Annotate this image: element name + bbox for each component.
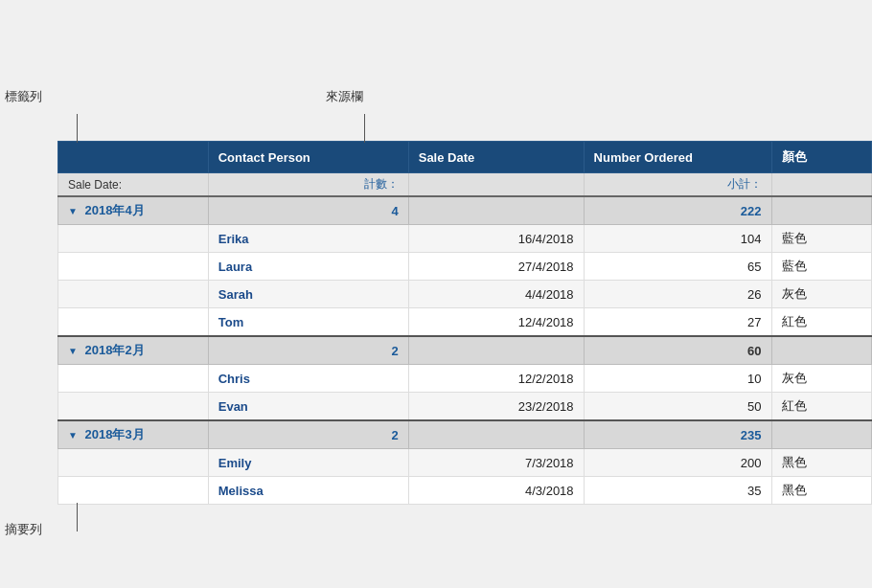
label-zhaiyaoli: 摘要列 <box>5 521 42 538</box>
number-ordered-cell: 27 <box>584 308 771 337</box>
number-ordered-cell: 26 <box>584 281 771 308</box>
group-count-march: 2 <box>208 420 408 449</box>
contact-person-cell: Laura <box>208 253 408 281</box>
color-cell: 藍色 <box>771 253 872 281</box>
header-number-ordered: Number Ordered <box>584 142 771 173</box>
group-header-march: ▼ 2018年3月 2 235 <box>58 420 872 449</box>
header-sale-date: Sale Date <box>408 142 584 173</box>
line-biaojianlie <box>77 114 78 143</box>
contact-person-cell: Evan <box>208 393 408 421</box>
sale-date-cell: 7/3/2018 <box>408 449 584 477</box>
sale-date-cell: 12/2/2018 <box>408 365 584 393</box>
contact-person-cell: Chris <box>208 365 408 393</box>
table-row: Chris 12/2/2018 10 灰色 <box>58 365 872 393</box>
group-label-april: ▼ 2018年4月 <box>58 196 209 225</box>
color-cell: 黑色 <box>771 449 872 477</box>
sale-date-cell: 16/4/2018 <box>408 225 584 253</box>
table-row: Laura 27/4/2018 65 藍色 <box>58 253 872 281</box>
empty-cell <box>58 281 209 308</box>
color-cell: 灰色 <box>771 365 872 393</box>
group-name-april: 2018年4月 <box>85 203 145 217</box>
color-cell: 紅色 <box>771 308 872 337</box>
subtotal-label-cell: 小計： <box>584 173 771 197</box>
contact-person-cell: Sarah <box>208 281 408 308</box>
label-laiyuanlan: 來源欄 <box>326 88 363 105</box>
contact-person-cell: Melissa <box>208 477 408 505</box>
header-col1 <box>58 142 209 173</box>
group-count-april: 4 <box>208 196 408 225</box>
table-row: Emily 7/3/2018 200 黑色 <box>58 449 872 477</box>
header-row: Contact Person Sale Date Number Ordered … <box>58 142 872 173</box>
sale-date-cell: 4/4/2018 <box>408 281 584 308</box>
number-ordered-cell: 104 <box>584 225 771 253</box>
empty-cell <box>58 308 209 337</box>
number-ordered-cell: 10 <box>584 365 771 393</box>
empty-cell <box>58 393 209 421</box>
header-contact-person: Contact Person <box>208 142 408 173</box>
number-ordered-cell: 35 <box>584 477 771 505</box>
line-laiyuanlan <box>364 114 365 143</box>
group-name-february: 2018年2月 <box>85 343 145 357</box>
sale-date-cell: 23/2/2018 <box>408 393 584 421</box>
table-row: Evan 23/2/2018 50 紅色 <box>58 393 872 421</box>
empty-cell <box>58 449 209 477</box>
sale-date-cell: 4/3/2018 <box>408 477 584 505</box>
table-row: Erika 16/4/2018 104 藍色 <box>58 225 872 253</box>
color-cell: 灰色 <box>771 281 872 308</box>
data-table: Contact Person Sale Date Number Ordered … <box>57 141 872 505</box>
expand-icon-march[interactable]: ▼ <box>68 430 78 441</box>
sale-date-label-row: Sale Date:計數：小計： <box>58 173 872 197</box>
header-color: 顏色 <box>771 142 872 173</box>
number-ordered-cell: 200 <box>584 449 771 477</box>
empty-cell <box>58 225 209 253</box>
table-row: Tom 12/4/2018 27 紅色 <box>58 308 872 337</box>
group-label-february: ▼ 2018年2月 <box>58 336 209 365</box>
group-label-march: ▼ 2018年3月 <box>58 420 209 449</box>
number-ordered-cell: 65 <box>584 253 771 281</box>
table-row: Melissa 4/3/2018 35 黑色 <box>58 477 872 505</box>
table-row: Sarah 4/4/2018 26 灰色 <box>58 281 872 308</box>
count-label-cell: 計數： <box>208 173 408 197</box>
empty-cell <box>58 477 209 505</box>
color-cell: 藍色 <box>771 225 872 253</box>
group-header-february: ▼ 2018年2月 2 60 <box>58 336 872 365</box>
color-cell: 紅色 <box>771 393 872 421</box>
sale-date-cell: 12/4/2018 <box>408 308 584 337</box>
group-count-february: 2 <box>208 336 408 365</box>
contact-person-cell: Tom <box>208 308 408 337</box>
line-zhaiyaoli <box>77 503 78 531</box>
main-container: 標籤列 來源欄 群組 摘要列 Contact Person Sale Date … <box>57 141 872 505</box>
expand-icon-april[interactable]: ▼ <box>68 206 78 216</box>
color-cell: 黑色 <box>771 477 872 505</box>
expand-icon-february[interactable]: ▼ <box>68 346 78 356</box>
sale-date-cell: 27/4/2018 <box>408 253 584 281</box>
contact-person-cell: Erika <box>208 225 408 253</box>
label-biaojianlie: 標籤列 <box>5 88 42 105</box>
group-subtotal-march: 235 <box>584 420 771 449</box>
sale-date-cell: Sale Date: <box>58 173 209 197</box>
contact-person-cell: Emily <box>208 449 408 477</box>
group-name-march: 2018年3月 <box>85 427 145 441</box>
group-subtotal-april: 222 <box>584 196 771 225</box>
group-subtotal-february: 60 <box>584 336 771 365</box>
empty-cell <box>58 253 209 281</box>
empty-cell <box>58 365 209 393</box>
number-ordered-cell: 50 <box>584 393 771 421</box>
group-header-april: ▼ 2018年4月 4 222 <box>58 196 872 225</box>
